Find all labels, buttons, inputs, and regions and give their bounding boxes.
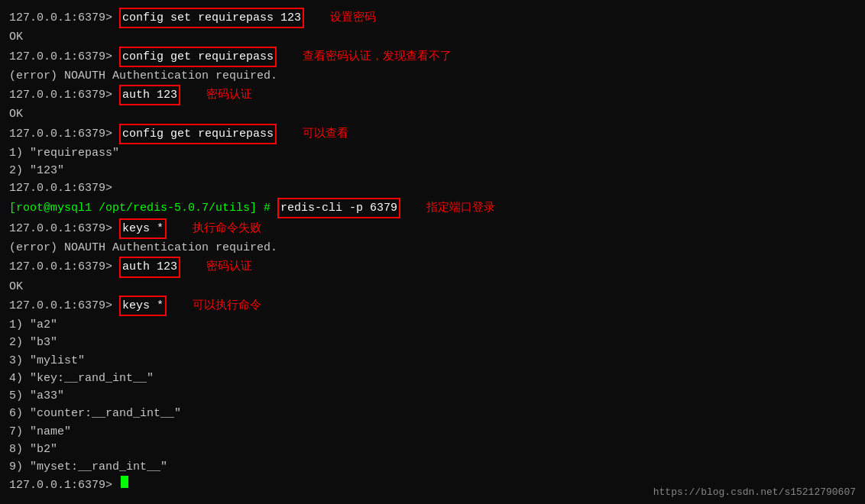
- output-text: 2) "123": [9, 162, 64, 179]
- terminal-line: 127.0.0.1:6379> config set requirepass 1…: [9, 8, 856, 28]
- terminal-window: 127.0.0.1:6379> config set requirepass 1…: [0, 0, 865, 504]
- terminal-line: 127.0.0.1:6379>: [9, 179, 856, 197]
- prompt: 127.0.0.1:6379>: [9, 125, 119, 143]
- terminal-line: 127.0.0.1:6379> config get requirepass 可…: [9, 124, 856, 144]
- command-box: keys *: [119, 218, 167, 239]
- command-box: auth 123: [119, 257, 180, 277]
- prompt: 127.0.0.1:6379>: [9, 297, 119, 315]
- output-text: 1) "requirepass": [9, 144, 119, 162]
- terminal-line: (error) NOAUTH Authentication required.: [9, 67, 856, 85]
- output-text: 7) "name": [9, 423, 71, 441]
- output-text: 3) "mylist": [9, 352, 85, 370]
- terminal-line: 5) "a33": [9, 387, 856, 405]
- output-text: 8) "b2": [9, 441, 57, 458]
- prompt: 127.0.0.1:6379>: [9, 477, 119, 494]
- terminal-line: 127.0.0.1:6379> keys * 可以执行命令: [9, 296, 856, 316]
- output-text: 4) "key:__rand_int__": [9, 370, 154, 387]
- terminal-line: 4) "key:__rand_int__": [9, 370, 856, 387]
- output-ok: OK: [9, 105, 23, 123]
- output-ok: OK: [9, 28, 23, 46]
- terminal-line: 6) "counter:__rand_int__": [9, 405, 856, 422]
- command-box: auth 123: [119, 85, 180, 105]
- terminal-line: 9) "myset:__rand_int__": [9, 458, 856, 476]
- output-text: 2) "b3": [9, 334, 57, 351]
- annotation: 密码认证: [193, 86, 252, 104]
- command-box: config get requirepass: [119, 124, 277, 144]
- command-box: config set requirepass 123: [119, 8, 304, 28]
- terminal-line: 3) "mylist": [9, 352, 856, 370]
- terminal-line: (error) NOAUTH Authentication required.: [9, 239, 856, 257]
- command-box: keys *: [119, 296, 167, 316]
- terminal-line: 127.0.0.1:6379> auth 123 密码认证: [9, 85, 856, 105]
- annotation: 指定端口登录: [413, 199, 495, 217]
- output-text: 9) "myset:__rand_int__": [9, 458, 167, 476]
- terminal-line: OK: [9, 278, 856, 296]
- terminal-line: 8) "b2": [9, 441, 856, 458]
- output-text: 1) "a2": [9, 316, 57, 334]
- prompt: 127.0.0.1:6379>: [9, 48, 119, 66]
- command-box: config get requirepass: [119, 47, 277, 67]
- prompt: 127.0.0.1:6379>: [9, 258, 119, 276]
- error-output: (error) NOAUTH Authentication required.: [9, 67, 277, 85]
- terminal-line: 7) "name": [9, 423, 856, 441]
- annotation: 可以查看: [289, 125, 348, 143]
- error-output: (error) NOAUTH Authentication required.: [9, 239, 277, 257]
- terminal-line: 127.0.0.1:6379> config get requirepass 查…: [9, 47, 856, 67]
- command-box: redis-cli -p 6379: [277, 198, 400, 218]
- annotation: 查看密码认证，发现查看不了: [289, 48, 452, 66]
- output-text: 6) "counter:__rand_int__": [9, 405, 181, 422]
- terminal-line: 2) "123": [9, 162, 856, 179]
- prompt: 127.0.0.1:6379>: [9, 86, 119, 104]
- terminal-line: 127.0.0.1:6379> auth 123 密码认证: [9, 257, 856, 277]
- terminal-line: OK: [9, 105, 856, 123]
- terminal-line: 1) "requirepass": [9, 144, 856, 162]
- output-text: 5) "a33": [9, 387, 64, 405]
- prompt: 127.0.0.1:6379>: [9, 220, 119, 237]
- root-prompt: [root@mysql1 /opt/redis-5.0.7/utils] #: [9, 199, 277, 217]
- terminal-line: [root@mysql1 /opt/redis-5.0.7/utils] # r…: [9, 198, 856, 218]
- watermark: https://blog.csdn.net/s15212790607: [653, 486, 856, 498]
- terminal-line: 127.0.0.1:6379> keys * 执行命令失败: [9, 218, 856, 239]
- prompt: 127.0.0.1:6379>: [9, 179, 119, 197]
- terminal-line: OK: [9, 28, 856, 46]
- annotation: 执行命令失败: [179, 220, 261, 237]
- annotation: 设置密码: [316, 9, 376, 27]
- annotation: 可以执行命令: [179, 297, 261, 315]
- prompt: 127.0.0.1:6379>: [9, 9, 119, 27]
- terminal-line: 2) "b3": [9, 334, 856, 351]
- output-ok: OK: [9, 278, 23, 296]
- annotation: 密码认证: [193, 258, 252, 276]
- cursor: [121, 476, 128, 488]
- terminal-line: 1) "a2": [9, 316, 856, 334]
